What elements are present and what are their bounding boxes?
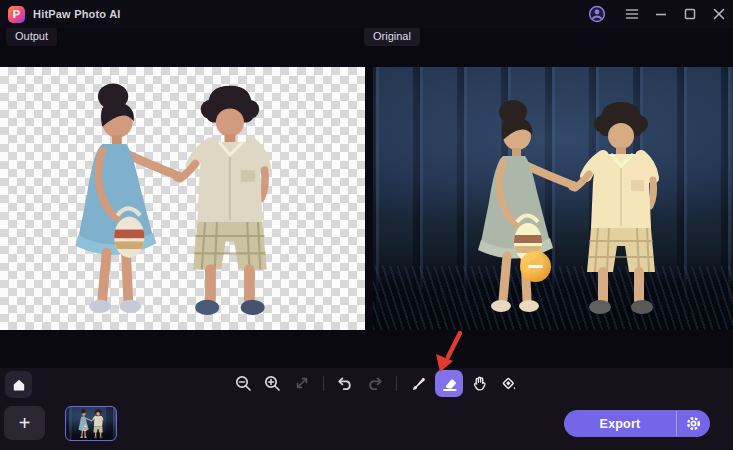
account-icon[interactable] [582, 0, 611, 28]
minimize-icon[interactable] [646, 0, 675, 28]
export-label[interactable]: Export [564, 410, 676, 437]
close-icon[interactable] [704, 0, 733, 28]
output-image-panel[interactable] [0, 67, 365, 330]
titlebar: P HitPaw Photo AI [0, 0, 733, 28]
undo-button[interactable] [333, 370, 358, 396]
thumbnail-children-image [67, 408, 116, 440]
output-children-image [48, 77, 308, 328]
footer-bar: + Export [0, 368, 733, 450]
export-button[interactable]: Export [564, 410, 710, 437]
home-icon [11, 377, 27, 393]
hitpaw-logo-icon: P [8, 6, 25, 23]
toolbar-divider [323, 376, 324, 391]
redo-button[interactable] [362, 370, 387, 396]
fill-tool-button[interactable] [496, 370, 521, 396]
marker-dash [528, 265, 543, 268]
maximize-icon[interactable] [675, 0, 704, 28]
original-image-panel[interactable] [373, 67, 733, 330]
plus-icon: + [19, 413, 31, 433]
export-settings-button[interactable] [677, 410, 710, 437]
output-label: Output [6, 27, 57, 46]
editor-toolbar [231, 369, 521, 397]
eraser-icon [439, 373, 459, 393]
add-image-button[interactable]: + [4, 406, 45, 440]
app-window: P HitPaw Photo AI [0, 0, 733, 450]
gear-icon [685, 415, 702, 432]
toolbar-divider [396, 376, 397, 391]
orange-marker-icon [520, 251, 551, 282]
hand-tool-button[interactable] [467, 370, 492, 396]
home-button[interactable] [5, 371, 32, 398]
eraser-tool-button[interactable] [435, 370, 463, 397]
fit-screen-button[interactable] [289, 370, 314, 396]
zoom-out-button[interactable] [231, 370, 256, 396]
original-children-image [453, 94, 693, 326]
app-title: HitPaw Photo AI [33, 8, 121, 20]
original-label: Original [364, 27, 420, 46]
brush-tool-button[interactable] [406, 370, 431, 396]
image-thumbnail[interactable] [65, 406, 117, 441]
menu-icon[interactable] [617, 0, 646, 28]
zoom-in-button[interactable] [260, 370, 285, 396]
